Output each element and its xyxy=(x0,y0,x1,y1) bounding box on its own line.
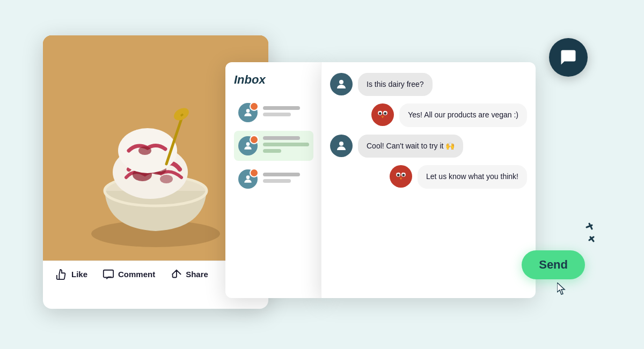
chat-bubble-1: Is this dairy free? xyxy=(358,73,433,96)
share-button[interactable]: Share xyxy=(170,269,208,280)
inbox-lines-1 xyxy=(263,106,309,119)
main-scene: Like Comment Share Inbox xyxy=(27,19,617,330)
send-button[interactable]: Send xyxy=(522,250,585,279)
ig-badge-2: 📷 xyxy=(251,135,259,143)
inbox-line-3b xyxy=(263,179,291,183)
comment-label: Comment xyxy=(118,270,155,279)
svg-point-26 xyxy=(397,174,400,176)
chat-message-4: Let us know what you think! xyxy=(330,165,527,189)
inbox-avatar-1: 📷 xyxy=(238,103,258,122)
svg-point-8 xyxy=(160,175,173,183)
chat-avatar-user-1 xyxy=(330,73,353,95)
inbox-line-3a xyxy=(263,173,300,176)
svg-point-27 xyxy=(402,174,405,176)
chat-avatar-owl-2 xyxy=(390,165,412,188)
inbox-lines-2 xyxy=(263,136,309,155)
svg-point-21 xyxy=(384,112,387,115)
svg-point-13 xyxy=(246,109,250,113)
inbox-panel: Inbox 📷 📷 xyxy=(225,62,322,298)
chat-message-3: Cool! Can't wait to try it 🙌 xyxy=(330,135,527,158)
like-label: Like xyxy=(71,270,87,279)
inbox-title: Inbox xyxy=(234,73,313,87)
owl-logo-2 xyxy=(392,168,409,185)
chat-panel: Is this dairy free? Yes! All our product… xyxy=(321,62,536,298)
sparkle-decoration xyxy=(568,221,595,255)
inbox-avatar-3: 📷 xyxy=(238,169,258,189)
comment-button[interactable]: Comment xyxy=(103,269,155,280)
owl-logo-1 xyxy=(374,106,391,123)
inbox-line-2b xyxy=(263,143,309,146)
floating-chat-icon[interactable] xyxy=(549,38,588,77)
inbox-item-1[interactable]: 📷 xyxy=(234,98,313,128)
chat-bubble-2: Yes! All our products are vegan :) xyxy=(399,103,527,127)
chat-bubble-3: Cool! Can't wait to try it 🙌 xyxy=(358,135,463,158)
chat-avatar-user-2 xyxy=(330,135,353,157)
inbox-line-1b xyxy=(263,113,291,116)
share-label: Share xyxy=(186,270,208,279)
inbox-line-2c xyxy=(263,149,281,153)
cursor-icon xyxy=(557,283,568,295)
person-icon-2 xyxy=(243,140,253,151)
like-icon xyxy=(56,269,68,280)
comment-icon xyxy=(103,269,114,280)
chat-bubble-icon xyxy=(559,48,578,67)
inbox-line-1a xyxy=(263,106,300,110)
svg-point-17 xyxy=(375,107,391,123)
user-avatar-icon-1 xyxy=(335,78,348,91)
svg-point-22 xyxy=(339,142,343,146)
svg-point-14 xyxy=(246,142,250,146)
chat-avatar-owl-1 xyxy=(371,103,394,126)
svg-point-16 xyxy=(339,80,343,84)
svg-point-20 xyxy=(379,112,382,115)
inbox-avatar-2: 📷 xyxy=(238,136,258,155)
sparkle-svg xyxy=(568,221,595,253)
svg-rect-12 xyxy=(104,270,113,277)
svg-point-15 xyxy=(246,175,250,179)
inbox-line-2a xyxy=(263,136,300,140)
ig-badge-1: 📷 xyxy=(251,102,259,109)
inbox-item-3[interactable]: 📷 xyxy=(234,164,313,194)
share-icon xyxy=(170,269,182,280)
chat-message-1: Is this dairy free? xyxy=(330,73,527,96)
svg-point-10 xyxy=(138,146,151,155)
svg-point-23 xyxy=(393,169,409,184)
chat-bubble-4: Let us know what you think! xyxy=(418,165,527,189)
person-icon-1 xyxy=(243,107,253,118)
inbox-item-2[interactable]: 📷 xyxy=(234,131,313,161)
mouse-cursor xyxy=(557,283,568,295)
user-avatar-icon-2 xyxy=(335,139,348,152)
chat-message-2: Yes! All our products are vegan :) xyxy=(330,103,527,127)
person-icon-3 xyxy=(243,174,253,184)
ig-badge-3: 📷 xyxy=(251,168,259,176)
like-button[interactable]: Like xyxy=(56,269,87,280)
inbox-lines-3 xyxy=(263,173,309,185)
